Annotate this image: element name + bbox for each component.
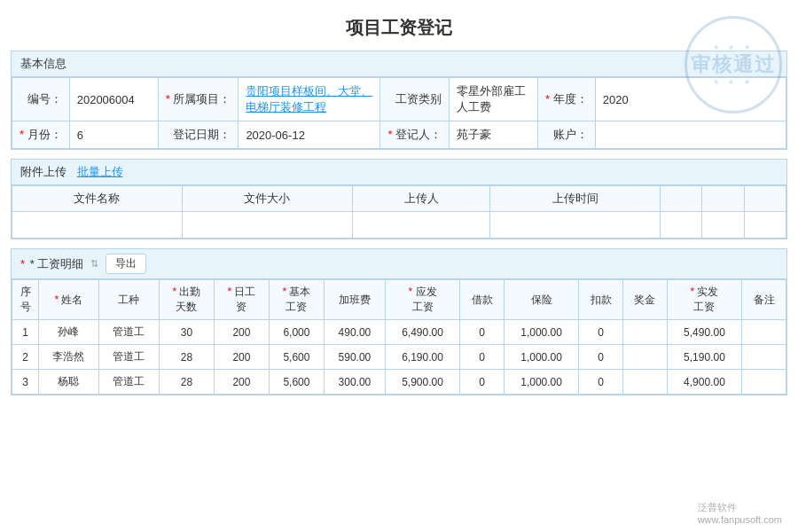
salary-cell-10: 0 [579, 370, 623, 395]
salary-cell-2: 管道工 [98, 320, 159, 345]
salary-cell-0: 2 [12, 345, 39, 370]
salary-row: 1孙峰管道工302006,000490.006,490.0001,000.000… [12, 320, 786, 345]
salary-cell-11 [623, 370, 668, 395]
salary-cell-12: 5,190.00 [667, 345, 741, 370]
registrar-value: 苑子豪 [450, 121, 538, 149]
project-value: 贵阳项目样板间、大堂、电梯厅装修工程 [239, 78, 380, 121]
col-payable: * 应发工资 [385, 280, 459, 320]
col-daily-wage: * 日工资 [214, 280, 269, 320]
salary-cell-12: 4,900.00 [667, 370, 741, 395]
month-label: * 月份： [12, 121, 70, 149]
salary-cell-10: 0 [579, 320, 623, 345]
attach-col-name: 文件名称 [12, 186, 183, 212]
salary-detail-header: * * 工资明细 ⇅ 导出 [12, 249, 786, 279]
salary-cell-8: 0 [460, 320, 505, 345]
salary-cell-2: 管道工 [98, 345, 159, 370]
attach-col-size: 文件大小 [182, 186, 352, 212]
col-bonus: 奖金 [623, 280, 668, 320]
salary-cell-5: 5,600 [269, 345, 324, 370]
col-deduction: 扣款 [579, 280, 623, 320]
attachment-label: 附件上传 [20, 165, 66, 178]
salary-cell-1: 孙峰 [39, 320, 99, 345]
salary-cell-4: 200 [214, 320, 269, 345]
salary-table: 序号 * 姓名 工种 * 出勤天数 * 日工资 * 基本工资 加班费 * 应发工… [12, 279, 786, 395]
col-seq: 序号 [12, 280, 39, 320]
account-value [595, 121, 786, 149]
salary-cell-0: 3 [12, 370, 39, 395]
salary-cell-8: 0 [460, 370, 505, 395]
basic-info-table: 编号： 202006004 * 所属项目： 贵阳项目样板间、大堂、电梯厅装修工程… [12, 77, 786, 149]
year-label: * 年度： [538, 78, 596, 121]
salary-cell-2: 管道工 [98, 370, 159, 395]
salary-type-label: 工资类别 [380, 78, 450, 121]
salary-cell-1: 杨聪 [39, 370, 99, 395]
salary-cell-3: 30 [159, 320, 214, 345]
col-name: * 姓名 [39, 280, 99, 320]
attach-col-action3 [744, 186, 786, 212]
brand-footer: 泛普软件 www.fanpusoft.com [698, 501, 782, 525]
salary-cell-6: 490.00 [324, 320, 385, 345]
attach-col-action2 [702, 186, 744, 212]
salary-cell-9: 1,000.00 [504, 345, 578, 370]
salary-detail-section: * * 工资明细 ⇅ 导出 序号 * 姓名 工种 * 出勤天数 * 日工资 * … [11, 248, 787, 395]
year-value: 2020 [595, 78, 786, 121]
page-title: 项目工资登记 [0, 0, 798, 51]
col-remark: 备注 [742, 280, 786, 320]
salary-cell-11 [623, 320, 668, 345]
salary-cell-0: 1 [12, 320, 39, 345]
sort-icon[interactable]: ⇅ [90, 258, 98, 270]
project-label: * 所属项目： [158, 78, 239, 121]
col-type: 工种 [98, 280, 159, 320]
salary-row: 2李浩然管道工282005,600590.006,190.0001,000.00… [12, 345, 786, 370]
registrar-label: * 登记人： [380, 121, 450, 149]
month-value: 6 [69, 121, 158, 149]
salary-cell-4: 200 [214, 345, 269, 370]
salary-cell-13 [742, 370, 786, 395]
salary-cell-10: 0 [579, 345, 623, 370]
attach-row-empty [12, 212, 786, 239]
attachment-section: 附件上传 批量上传 文件名称 文件大小 上传人 上传时间 [11, 159, 787, 239]
salary-cell-6: 300.00 [324, 370, 385, 395]
attachment-table: 文件名称 文件大小 上传人 上传时间 [12, 185, 786, 239]
register-date-value: 2020-06-12 [239, 121, 380, 149]
col-insurance: 保险 [504, 280, 578, 320]
brand-name: 泛普软件 [698, 502, 737, 512]
basic-info-header: 基本信息 [12, 51, 786, 77]
salary-cell-1: 李浩然 [39, 345, 99, 370]
salary-cell-7: 6,490.00 [385, 320, 459, 345]
salary-cell-9: 1,000.00 [504, 370, 578, 395]
salary-cell-3: 28 [159, 370, 214, 395]
col-attendance: * 出勤天数 [159, 280, 214, 320]
col-loan: 借款 [460, 280, 505, 320]
code-value: 202006004 [69, 78, 158, 121]
brand-website: www.fanpusoft.com [698, 514, 782, 525]
col-base-wage: * 基本工资 [269, 280, 324, 320]
salary-cell-5: 5,600 [269, 370, 324, 395]
salary-cell-3: 28 [159, 345, 214, 370]
register-date-label: 登记日期： [158, 121, 239, 149]
attach-col-action1 [661, 186, 702, 212]
salary-cell-5: 6,000 [269, 320, 324, 345]
attach-col-uploader: 上传人 [352, 186, 490, 212]
attachment-header: 附件上传 批量上传 [12, 160, 786, 185]
salary-cell-11 [623, 345, 668, 370]
batch-upload-link[interactable]: 批量上传 [77, 165, 123, 178]
account-label: 账户： [538, 121, 596, 149]
basic-info-label: 基本信息 [20, 57, 66, 70]
attach-col-time: 上传时间 [490, 186, 661, 212]
attachment-area: 文件名称 文件大小 上传人 上传时间 [12, 185, 786, 239]
code-label: 编号： [12, 78, 70, 121]
salary-cell-7: 6,190.00 [385, 345, 459, 370]
col-overtime: 加班费 [324, 280, 385, 320]
salary-cell-6: 590.00 [324, 345, 385, 370]
salary-cell-13 [742, 320, 786, 345]
salary-cell-13 [742, 345, 786, 370]
salary-type-value: 零星外部雇工人工费 [450, 78, 538, 121]
export-button[interactable]: 导出 [106, 254, 146, 274]
salary-cell-9: 1,000.00 [504, 320, 578, 345]
salary-row: 3杨聪管道工282005,600300.005,900.0001,000.000… [12, 370, 786, 395]
basic-info-section: 基本信息 编号： 202006004 * 所属项目： 贵阳项目样板间、大堂、电梯… [11, 51, 787, 150]
salary-cell-12: 5,490.00 [667, 320, 741, 345]
col-actual: * 实发工资 [667, 280, 741, 320]
salary-cell-8: 0 [460, 345, 505, 370]
